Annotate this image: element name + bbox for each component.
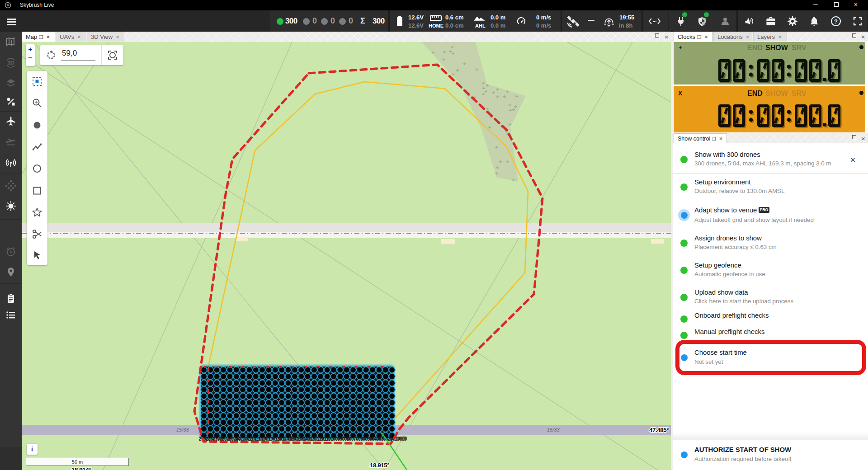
svg-text:18.914°: 18.914° [71, 466, 91, 470]
svg-text:18.915°: 18.915° [370, 462, 389, 469]
svg-text:3D: 3D [8, 60, 14, 66]
svg-text:15/33: 15/33 [547, 427, 560, 432]
svg-text:?: ? [834, 18, 838, 25]
svg-text:47.485°: 47.485° [649, 427, 669, 433]
svg-text:15/33: 15/33 [176, 427, 189, 432]
